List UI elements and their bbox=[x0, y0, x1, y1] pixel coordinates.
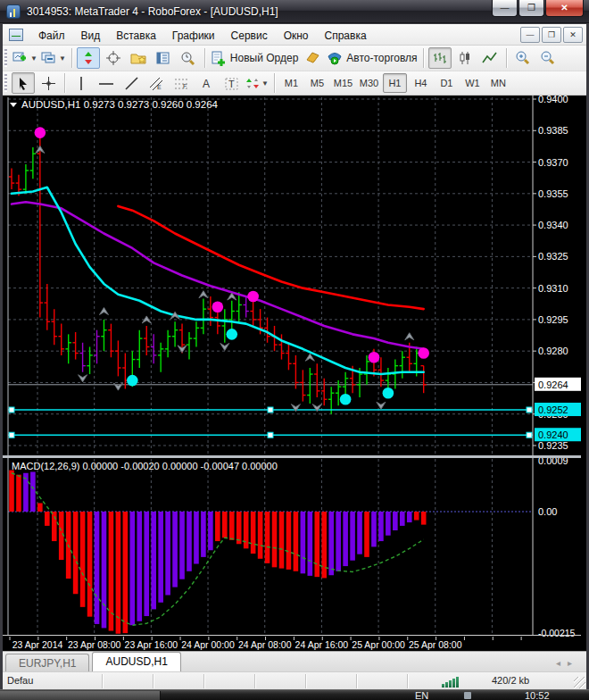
svg-text:23 Apr 16:00: 23 Apr 16:00 bbox=[125, 639, 178, 650]
svg-text:24 Apr 16:00: 24 Apr 16:00 bbox=[295, 639, 349, 650]
vertical-line-button[interactable] bbox=[70, 72, 93, 94]
profiles-button[interactable]: ▼ bbox=[40, 47, 67, 69]
market-watch-button[interactable] bbox=[77, 47, 100, 69]
strategy-tester-button[interactable] bbox=[177, 47, 200, 69]
svg-text:0.9385: 0.9385 bbox=[538, 125, 568, 136]
fibonacci-button[interactable]: F bbox=[170, 72, 193, 94]
timeframe-W1[interactable]: W1 bbox=[460, 73, 485, 93]
app-icon bbox=[6, 4, 21, 19]
menu-item-3[interactable]: Графики bbox=[164, 27, 223, 45]
hline-handle[interactable] bbox=[9, 432, 14, 438]
resize-grip[interactable] bbox=[574, 677, 585, 688]
text-label-button[interactable]: T bbox=[220, 72, 243, 94]
hline-handle[interactable] bbox=[9, 407, 14, 412]
terminal-button[interactable] bbox=[152, 47, 175, 69]
new-order-button[interactable]: Новый Ордер bbox=[210, 47, 299, 69]
metaeditor-button[interactable] bbox=[301, 47, 324, 69]
crosshair-circle-icon bbox=[106, 51, 120, 65]
toolbar-grip[interactable] bbox=[4, 74, 7, 92]
menu-item-6[interactable]: Справка bbox=[317, 27, 375, 45]
toolbar-grip[interactable] bbox=[4, 49, 7, 67]
candlestick-chart-button[interactable] bbox=[453, 47, 477, 69]
svg-text:0.9280: 0.9280 bbox=[538, 346, 568, 356]
mdi-button-2[interactable]: ✕ bbox=[563, 27, 583, 43]
standard-toolbar: ▼ ▼ Новый Ордер Авт bbox=[3, 46, 586, 71]
new-chart-icon bbox=[12, 51, 29, 65]
svg-text:25 Apr 08:00: 25 Apr 08:00 bbox=[409, 639, 462, 650]
new-order-icon bbox=[211, 51, 227, 66]
macd-label: MACD(12,26,9) 0.00000 -0.00020 0.00000 -… bbox=[12, 461, 278, 471]
svg-text:0.00: 0.00 bbox=[538, 506, 557, 517]
timeframe-M30[interactable]: M30 bbox=[357, 73, 381, 93]
tab-scroll-arrows[interactable]: ◂▸ bbox=[556, 658, 579, 668]
buy-signal-dot bbox=[212, 301, 224, 312]
maximize-button[interactable]: ❐ bbox=[518, 0, 544, 17]
autotrading-button[interactable]: Авто-торговля bbox=[326, 47, 418, 69]
menu-item-0[interactable]: Файл bbox=[30, 27, 73, 45]
crosshair-button[interactable] bbox=[37, 72, 60, 94]
hline-handle[interactable] bbox=[527, 407, 532, 412]
cursor-button[interactable] bbox=[12, 72, 35, 94]
zoom-out-button[interactable] bbox=[536, 47, 560, 69]
timeframe-H4[interactable]: H4 bbox=[409, 73, 433, 93]
svg-text:0.9340: 0.9340 bbox=[538, 220, 568, 230]
timeframe-M15[interactable]: M15 bbox=[331, 73, 355, 93]
svg-text:T: T bbox=[228, 79, 235, 89]
trendline-button[interactable] bbox=[120, 72, 143, 94]
close-button[interactable]: ✕ bbox=[545, 0, 584, 17]
menu-item-4[interactable]: Сервис bbox=[223, 27, 276, 45]
timeframe-MN[interactable]: MN bbox=[486, 73, 510, 93]
language-indicator[interactable]: EN bbox=[415, 690, 428, 700]
timeframe-H1[interactable]: H1 bbox=[383, 73, 407, 93]
text-button[interactable]: A bbox=[195, 72, 218, 94]
price-chart[interactable]: 0.94000.93850.93700.93550.93400.93250.93… bbox=[3, 96, 586, 651]
svg-text:0.9252: 0.9252 bbox=[538, 404, 568, 415]
metaeditor-icon bbox=[305, 51, 320, 65]
chart-tab-EURJPYH1[interactable]: EURJPY,H1 bbox=[5, 654, 89, 671]
mdi-button-1[interactable]: ❐ bbox=[542, 27, 561, 43]
title-bar[interactable]: 3014953: MetaTrader 4 - RoboForex - [AUD… bbox=[0, 0, 589, 23]
svg-text:0.9400: 0.9400 bbox=[538, 96, 568, 104]
taskbar-clock[interactable]: 10:52 bbox=[525, 690, 550, 700]
zoom-in-button[interactable] bbox=[511, 47, 535, 69]
autotrading-label: Авто-торговля bbox=[346, 52, 417, 64]
zoom-in-icon bbox=[515, 51, 530, 65]
arrows-tool-icon bbox=[245, 77, 260, 90]
fibonacci-icon: F bbox=[174, 77, 188, 90]
channel-button[interactable]: E bbox=[145, 72, 168, 94]
navigator-button[interactable] bbox=[127, 47, 150, 69]
svg-text:0.9235: 0.9235 bbox=[538, 440, 568, 451]
sell-signal-dot bbox=[340, 394, 352, 405]
hline-handle[interactable] bbox=[527, 432, 532, 438]
cursor-icon bbox=[18, 77, 29, 90]
taskbar-app-button[interactable] bbox=[0, 691, 161, 700]
quote-line: AUDUSD,H1 0.9273 0.9273 0.9260 0.9264 bbox=[21, 99, 219, 110]
mdi-button-0[interactable]: — bbox=[520, 27, 540, 43]
hline-handle[interactable] bbox=[268, 407, 273, 412]
menu-item-2[interactable]: Вставка bbox=[108, 27, 164, 45]
windows-taskbar: EN 10:52 bbox=[0, 689, 589, 700]
dropdown-arrow-icon: ▼ bbox=[59, 54, 66, 62]
timeframe-D1[interactable]: D1 bbox=[435, 73, 459, 93]
chart-tab-AUDUSDH1[interactable]: AUDUSD,H1 bbox=[92, 652, 180, 671]
menu-item-1[interactable]: Вид bbox=[73, 27, 109, 45]
tray-icon[interactable] bbox=[464, 692, 471, 699]
status-bar: Defau 420/2 kb bbox=[3, 671, 586, 689]
chart-canvas[interactable]: 0.94000.93850.93700.93550.93400.93250.93… bbox=[3, 96, 586, 651]
line-chart-button[interactable] bbox=[478, 47, 502, 69]
timeframe-M1[interactable]: M1 bbox=[279, 73, 303, 93]
horizontal-line-button[interactable] bbox=[95, 72, 118, 94]
minimize-button[interactable]: — bbox=[492, 0, 518, 17]
bar-chart-button[interactable] bbox=[428, 47, 452, 69]
menu-item-5[interactable]: Окно bbox=[276, 27, 317, 45]
hline-handle[interactable] bbox=[268, 432, 273, 438]
terminal-icon bbox=[156, 51, 170, 65]
text-a-icon: A bbox=[201, 77, 212, 90]
data-window-button[interactable] bbox=[102, 47, 125, 69]
new-chart-button[interactable]: ▼ bbox=[12, 47, 38, 69]
timeframe-M5[interactable]: M5 bbox=[305, 73, 329, 93]
arrows-tool-button[interactable]: ▼ bbox=[245, 72, 270, 94]
horizontal-line-icon bbox=[99, 77, 113, 90]
trendline-icon bbox=[125, 77, 138, 90]
pane-separator[interactable] bbox=[3, 455, 581, 458]
